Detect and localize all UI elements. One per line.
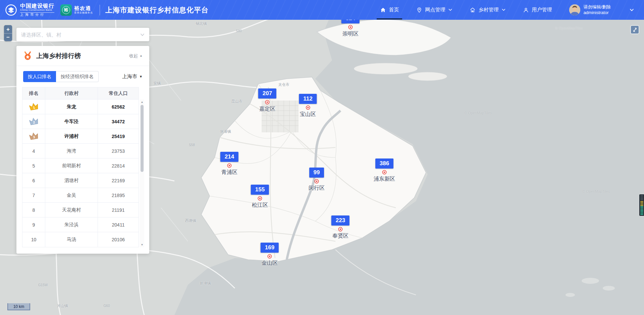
bank-name-en: China Construction Bank (20, 9, 54, 11)
nav-item-village-management[interactable]: 乡村管理 (470, 0, 505, 20)
village-cell: 前哨新村 (45, 159, 98, 173)
district-marker[interactable]: 155 松江区 (251, 185, 269, 209)
table-row[interactable]: 10 马汤 20106 (22, 232, 139, 247)
performance-meter (639, 194, 644, 216)
map-point-icon[interactable] (258, 196, 262, 201)
chevron-down-icon (448, 9, 452, 11)
district-marker[interactable]: 112 宝山区 (299, 94, 317, 118)
map-point-icon[interactable] (314, 179, 319, 184)
district-marker[interactable]: 99 闵行区 (309, 168, 325, 192)
district-count-badge[interactable]: 386 (375, 159, 393, 169)
table-row[interactable]: 2 牛车泾 34472 (22, 114, 139, 129)
table-row[interactable]: 9 朱泾浜 20411 (22, 217, 139, 232)
table-row[interactable]: 6 泗塘村 22169 (22, 173, 139, 188)
table-row[interactable]: 3 许浦村 25419 (22, 129, 139, 144)
ranking-table-body: 1 朱龙 62562 2 牛车泾 34472 3 许浦村 25419 4 海湾 … (22, 100, 139, 247)
ranking-panel: 上海乡村排行榜 收起 ▲ 按人口排名 按经济组织排名 上海市 ▼ 排名 行政村 … (16, 46, 149, 254)
ranking-panel-header: 上海乡村排行榜 收起 ▲ (16, 46, 149, 66)
select-chevron-down-icon[interactable] (140, 33, 145, 36)
column-header-population: 常住人口 (98, 87, 139, 99)
rank-cell: 7 (22, 188, 45, 202)
zoom-in-button[interactable]: + (4, 25, 12, 33)
scrollbar-thumb[interactable] (141, 105, 144, 172)
table-row[interactable]: 5 前哨新村 22814 (22, 159, 139, 173)
village-cell: 朱泾浜 (45, 217, 98, 232)
table-row[interactable]: 7 金吴 21895 (22, 188, 139, 203)
bank-branch: 上海市分行 (20, 12, 54, 17)
map-point-icon[interactable] (382, 170, 387, 175)
table-row[interactable]: 8 天花庵村 21191 (22, 203, 139, 217)
nav-item-home[interactable]: 首页 (380, 0, 399, 20)
column-header-rank: 排名 (22, 87, 45, 99)
map-zoom-control: + − (4, 25, 12, 41)
tab-population-rank[interactable]: 按人口排名 (23, 71, 56, 82)
district-marker[interactable]: 169 金山区 (261, 243, 279, 267)
table-row[interactable]: 1 朱龙 62562 (22, 100, 139, 114)
region-select[interactable] (16, 28, 149, 41)
scroll-down-arrow-icon[interactable]: ▼ (140, 243, 144, 246)
user-account[interactable]: 请勿编辑/删除 administrator (569, 4, 611, 15)
district-count-badge[interactable]: 155 (251, 185, 269, 195)
village-cell: 金吴 (45, 188, 98, 202)
nav-item-branch-management[interactable]: 网点管理 (416, 0, 452, 20)
district-count-badge[interactable]: 223 (331, 215, 350, 226)
district-name-label: 嘉定区 (259, 106, 275, 113)
district-name-label: 崇明区 (342, 30, 359, 38)
district-marker[interactable]: 207 嘉定区 (258, 88, 276, 113)
district-name-label: 松江区 (252, 202, 268, 209)
nav-label: 首页 (389, 7, 399, 13)
nav-label: 用户管理 (532, 7, 552, 13)
table-row[interactable]: 4 海湾 23753 (22, 144, 139, 159)
zoom-out-button[interactable]: − (4, 33, 12, 41)
region-select-input[interactable] (21, 32, 140, 38)
district-count-badge[interactable]: 99 (309, 168, 324, 178)
district-name-label: 闵行区 (309, 185, 325, 192)
district-marker[interactable]: 214 青浦区 (220, 152, 238, 176)
rank-cell: 4 (22, 144, 45, 158)
population-cell: 62562 (98, 100, 139, 114)
district-name-label: 宝山区 (300, 111, 316, 118)
district-marker[interactable]: 386 浦东新区 (374, 159, 395, 183)
home-icon (380, 7, 386, 13)
chevron-up-icon: ▲ (140, 54, 143, 57)
yunongtong-icon: 裕 (60, 4, 72, 16)
rank-cell: 2 (22, 114, 45, 129)
tab-economic-rank[interactable]: 按经济组织排名 (56, 71, 99, 82)
nav-item-user-management[interactable]: 用户管理 (523, 0, 552, 20)
map-point-icon[interactable] (348, 25, 353, 29)
user-icon (523, 7, 529, 13)
village-cell: 朱龙 (45, 100, 98, 114)
village-cell: 天花庵村 (45, 203, 98, 217)
rank-cell: 3 (22, 129, 45, 143)
collapse-label: 收起 (129, 53, 138, 59)
map-point-icon[interactable] (265, 100, 270, 105)
district-name-label: 金山区 (262, 260, 278, 267)
map-point-icon[interactable] (338, 227, 343, 232)
table-scrollbar[interactable]: ▲ ▼ (140, 100, 144, 247)
district-count-badge[interactable]: 207 (258, 88, 276, 99)
scroll-up-arrow-icon[interactable]: ▲ (140, 101, 144, 104)
product-tagline: 普惠金融服务点 (74, 11, 93, 14)
ranking-tabs: 按人口排名 按经济组织排名 上海市 ▼ (16, 66, 149, 86)
main-navigation: 首页 网点管理 乡村管理 用户管理 请勿编辑/删除 administrator (380, 0, 644, 20)
district-marker[interactable]: 223 奉贤区 (331, 215, 350, 240)
village-cell: 牛车泾 (45, 114, 98, 129)
district-count-badge[interactable]: 112 (299, 94, 317, 104)
population-cell: 21895 (98, 188, 139, 202)
ccb-emblem-icon (5, 4, 17, 16)
rank-cell: 1 (22, 100, 45, 114)
bank-name: 中国建设银行 (20, 3, 54, 9)
map-point-icon[interactable] (306, 105, 310, 110)
user-avatar[interactable] (569, 4, 580, 15)
platform-title: 上海市建设银行乡村信息化平台 (105, 5, 209, 15)
population-cell: 20411 (98, 217, 139, 232)
collapse-button[interactable]: 收起 ▲ (129, 53, 143, 59)
map-point-icon[interactable] (227, 163, 232, 168)
fullscreen-button[interactable] (630, 25, 639, 34)
user-menu-chevron-icon[interactable] (630, 8, 634, 11)
map-point-icon[interactable] (267, 254, 272, 259)
district-count-badge[interactable]: 214 (220, 152, 238, 162)
city-dropdown[interactable]: 上海市 ▼ (122, 73, 143, 80)
district-count-badge[interactable]: 169 (261, 243, 279, 253)
column-header-village: 行政村 (45, 87, 98, 99)
